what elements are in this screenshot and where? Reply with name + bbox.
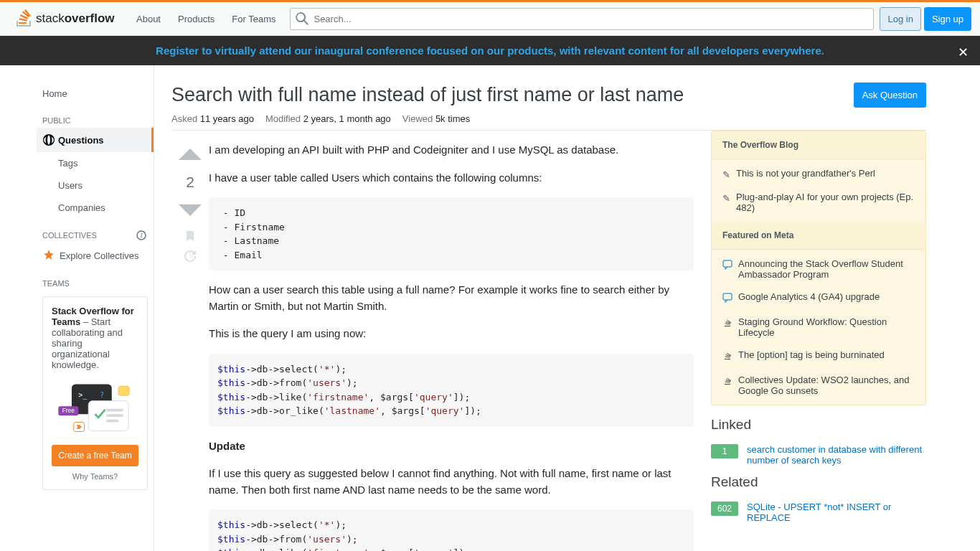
search-icon <box>296 12 308 25</box>
teams-promo: Stack Overflow for Teams – Start collabo… <box>42 296 148 490</box>
post-body: I am developing an API built with PHP an… <box>209 142 694 551</box>
history-icon[interactable] <box>184 250 197 263</box>
linked-heading: Linked <box>711 417 926 433</box>
banner-link[interactable]: Register to virtually attend our inaugur… <box>156 44 824 57</box>
meta-item[interactable]: Collectives Update: WSO2 launches, and G… <box>712 369 925 402</box>
teams-illustration: >_ ? Free <box>52 379 138 436</box>
star-burst-icon <box>42 249 55 262</box>
update-heading: Update <box>209 438 694 455</box>
meta-item[interactable]: Announcing the Stack Overflow Student Am… <box>712 253 925 286</box>
meta-item[interactable]: Staging Ground Workflow: Question Lifecy… <box>712 311 925 344</box>
topbar-nav: About Products For Teams <box>128 9 284 29</box>
blog-item[interactable]: ✎Plug-and-play AI for your own projects … <box>712 186 925 219</box>
svg-text:?: ? <box>100 391 104 399</box>
globe-icon <box>42 133 55 146</box>
related-heading: Related <box>711 474 926 490</box>
blog-heading: The Overflow Blog <box>712 131 925 159</box>
nav-explore-collectives[interactable]: Explore Collectives <box>37 243 154 268</box>
meta-item[interactable]: Google Analytics 4 (GA4) upgrade <box>712 286 925 311</box>
why-teams-link[interactable]: Why Teams? <box>52 472 138 481</box>
code-block-query1: $this->db->select('*'); $this->db->from(… <box>209 354 694 427</box>
announcement-banner: Register to virtually attend our inaugur… <box>0 36 980 65</box>
nav-questions-label: Questions <box>58 135 104 146</box>
svg-text:stackoverflow: stackoverflow <box>36 11 115 25</box>
vote-controls: 2 <box>171 142 209 551</box>
related-link[interactable]: SQLite - UPSERT *not* INSERT or REPLACE <box>747 501 926 523</box>
speech-icon <box>722 260 732 280</box>
meta-heading: Featured on Meta <box>712 222 925 250</box>
nav-heading-teams: TEAMS <box>37 268 154 291</box>
vote-count: 2 <box>186 174 194 191</box>
nav-heading-collectives: COLLECTIVES i <box>37 219 154 243</box>
nav-home[interactable]: Home <box>37 83 154 105</box>
pencil-icon: ✎ <box>722 193 730 213</box>
svg-rect-9 <box>106 420 118 423</box>
right-sidebar: The Overflow Blog ✎This is not your gran… <box>711 131 926 551</box>
nav-heading-public: PUBLIC <box>37 105 154 128</box>
nav-products[interactable]: Products <box>169 9 223 29</box>
left-sidebar: Home PUBLIC Questions Tags Users Compani… <box>37 65 154 551</box>
svg-text:i: i <box>140 232 143 239</box>
topbar: stackoverflow About Products For Teams L… <box>0 2 980 36</box>
ask-question-button[interactable]: Ask Question <box>854 83 926 108</box>
close-icon[interactable]: ✕ <box>958 44 969 60</box>
nav-users[interactable]: Users <box>37 174 154 197</box>
related-score: 602 <box>711 501 738 516</box>
linked-score: 1 <box>711 444 738 458</box>
search-container <box>290 8 874 30</box>
svg-rect-8 <box>106 414 123 417</box>
create-team-button[interactable]: Create a free Team <box>52 445 138 466</box>
stack-icon <box>722 318 732 338</box>
speech-icon <box>722 293 732 305</box>
question-title: Search with full name instead of just fi… <box>171 83 684 108</box>
nav-about[interactable]: About <box>128 9 169 29</box>
login-button[interactable]: Log in <box>880 7 920 31</box>
svg-rect-7 <box>106 409 123 412</box>
upvote-icon[interactable] <box>177 142 203 168</box>
logo[interactable]: stackoverflow <box>9 2 128 35</box>
linked-item: 1 search customer in database with diffe… <box>711 444 926 466</box>
linked-link[interactable]: search customer in database with differe… <box>747 444 926 466</box>
svg-rect-12 <box>118 386 129 395</box>
search-input[interactable] <box>290 8 874 30</box>
question-meta: Asked 11 years ago Modified 2 years, 1 m… <box>171 113 926 131</box>
main-content: Search with full name instead of just fi… <box>154 65 943 551</box>
nav-for-teams[interactable]: For Teams <box>223 9 284 29</box>
signup-button[interactable]: Sign up <box>924 7 971 31</box>
code-block-query2: $this->db->select('*'); $this->db->from(… <box>209 509 694 551</box>
stack-icon <box>722 351 732 363</box>
sidebar-widget: The Overflow Blog ✎This is not your gran… <box>711 131 926 405</box>
related-item: 602 SQLite - UPSERT *not* INSERT or REPL… <box>711 501 926 523</box>
svg-text:Free: Free <box>62 407 75 414</box>
downvote-icon[interactable] <box>177 197 203 222</box>
nav-tags[interactable]: Tags <box>37 152 154 174</box>
stack-icon <box>722 376 732 396</box>
nav-companies[interactable]: Companies <box>37 197 154 219</box>
svg-rect-14 <box>723 260 732 267</box>
code-block-columns: - ID - Firstname - Lastname - Email <box>209 197 694 270</box>
svg-rect-15 <box>723 293 732 300</box>
meta-item[interactable]: The [option] tag is being burninated <box>712 344 925 369</box>
bookmark-icon[interactable] <box>184 230 197 242</box>
svg-text:>_: >_ <box>78 391 88 400</box>
blog-item[interactable]: ✎This is not your grandfather's Perl <box>712 162 925 186</box>
nav-questions[interactable]: Questions <box>37 128 154 152</box>
info-icon[interactable]: i <box>136 230 146 240</box>
pencil-icon: ✎ <box>722 169 730 180</box>
